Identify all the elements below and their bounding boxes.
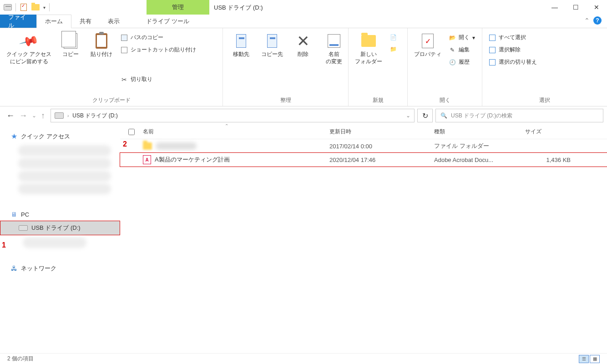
delete-button[interactable]: ✕ 削除 (288, 31, 318, 95)
manage-context-tab[interactable]: 管理 (147, 0, 209, 15)
tab-drive-tools[interactable]: ドライブ ツール (138, 15, 197, 28)
tab-share[interactable]: 共有 (71, 15, 100, 28)
deselect-button[interactable]: 選択解除 (487, 45, 539, 55)
col-size[interactable]: サイズ (525, 128, 580, 136)
ribbon-right-controls: ⌃ ? (584, 16, 602, 25)
file-type: Adobe Acrobat Docu... (434, 157, 525, 163)
group-label-select: 選択 (486, 95, 603, 104)
new-folder-icon (361, 35, 376, 47)
window-controls: — ☐ ✕ (544, 0, 607, 15)
annotation-1: 1 (2, 241, 6, 249)
easy-access-button[interactable]: 📁 (388, 45, 399, 54)
history-button[interactable]: 🕘履歴 (447, 57, 477, 67)
file-name: A製品のマーケティング計画 (155, 156, 230, 164)
navbar: ← → ⌄ ↑ › USB ドライブ (D:) ⌄ ↻ 🔍 USB ドライブ (… (0, 106, 607, 125)
drive-icon (19, 225, 28, 231)
breadcrumb-separator-icon: › (67, 113, 69, 118)
col-date[interactable]: 更新日時 (329, 128, 434, 136)
nav-usb-drive[interactable]: USB ドライブ (D:) (0, 221, 120, 235)
properties-button[interactable]: プロパティ (411, 31, 444, 95)
recent-dropdown-icon[interactable]: ⌄ (32, 112, 36, 119)
select-all-icon (489, 35, 496, 41)
nav-blurred-item (18, 145, 111, 156)
ribbon-group-organize: 移動先 コピー先 ✕ 削除 名前 の変更 整理 (223, 28, 349, 106)
breadcrumb-location[interactable]: USB ドライブ (D:) (72, 112, 117, 120)
select-all-button[interactable]: すべて選択 (487, 33, 539, 42)
new-item-button[interactable]: 📄 (388, 33, 399, 42)
divider (15, 3, 16, 11)
pin-quick-access-button[interactable]: 📌 クイック アクセス にピン留めする (4, 31, 54, 95)
titlebar: ▾ 管理 USB ドライブ (D:) — ☐ ✕ (0, 0, 607, 15)
nav-blurred-item (18, 183, 111, 194)
invert-icon (489, 59, 496, 66)
navigation-pane: ★ クイック アクセス 🖥 PC 1 USB ドライブ (D:) 🖧 ネットワー… (0, 125, 120, 363)
blurred-folder-name (156, 142, 197, 150)
drive-icon (4, 3, 12, 11)
deselect-icon (489, 47, 496, 53)
nav-quick-access[interactable]: ★ クイック アクセス (0, 129, 120, 143)
select-all-checkbox[interactable] (128, 129, 135, 135)
address-dropdown-icon[interactable]: ⌄ (406, 112, 410, 119)
nav-blurred-item (23, 237, 86, 248)
copy-path-button[interactable]: パスのコピー (119, 33, 198, 42)
nav-blurred-item (18, 171, 111, 182)
item-count: 2 個の項目 (7, 355, 34, 363)
paste-shortcut-button[interactable]: ショートカットの貼り付け (119, 45, 198, 55)
thumbnails-view-button[interactable]: ▦ (590, 355, 600, 363)
group-label-organize: 整理 (227, 95, 344, 104)
drive-icon (55, 112, 64, 119)
group-label-clipboard: クリップボード (4, 95, 219, 104)
minimize-button[interactable]: — (544, 0, 565, 15)
pdf-icon (143, 155, 151, 164)
refresh-button[interactable]: ↻ (417, 109, 433, 122)
rename-button[interactable]: 名前 の変更 (319, 31, 349, 95)
back-button[interactable]: ← (6, 111, 15, 121)
paste-button[interactable]: 貼り付け (87, 31, 116, 95)
pc-icon: 🖥 (11, 211, 17, 218)
tab-file[interactable]: ファイル (0, 15, 36, 28)
properties-qat-icon[interactable] (20, 3, 28, 11)
ribbon-tabs: ファイル ホーム 共有 表示 ドライブ ツール ⌃ ? (0, 15, 607, 28)
rename-icon (328, 34, 340, 48)
copy-to-button[interactable]: コピー先 (258, 31, 287, 95)
up-button[interactable]: ↑ (41, 111, 45, 121)
move-icon (236, 34, 246, 48)
close-button[interactable]: ✕ (586, 0, 607, 15)
col-type[interactable]: 種類 (434, 128, 525, 136)
open-button[interactable]: 📂開く ▾ (447, 33, 477, 42)
tab-view[interactable]: 表示 (100, 15, 128, 28)
invert-selection-button[interactable]: 選択の切り替え (487, 57, 539, 67)
forward-button[interactable]: → (19, 111, 27, 121)
help-button[interactable]: ? (593, 16, 602, 25)
file-row-pdf[interactable]: A製品のマーケティング計画 2020/12/04 17:46 Adobe Acr… (120, 153, 607, 167)
ribbon-group-new: 新しい フォルダー 📄 📁 新規 (349, 28, 408, 106)
new-item-icon: 📄 (389, 34, 397, 41)
col-name[interactable]: 名前⌃ (143, 128, 329, 136)
edit-icon: ✎ (449, 46, 456, 54)
nav-pc[interactable]: 🖥 PC (0, 208, 120, 221)
cut-button[interactable]: ✂切り取り (119, 75, 198, 84)
group-label-new: 新規 (352, 95, 404, 104)
copy-icon (64, 33, 77, 49)
tab-home[interactable]: ホーム (36, 15, 71, 28)
qat-dropdown-icon[interactable]: ▾ (43, 5, 46, 10)
maximize-button[interactable]: ☐ (565, 0, 586, 15)
details-view-button[interactable]: ☰ (579, 355, 589, 363)
address-bar[interactable]: › USB ドライブ (D:) ⌄ (51, 109, 415, 122)
nav-blurred-item (18, 158, 111, 169)
search-box[interactable]: 🔍 USB ドライブ (D:)の検索 (435, 109, 603, 122)
collapse-ribbon-icon[interactable]: ⌃ (584, 17, 590, 24)
path-icon (121, 34, 128, 41)
file-type: ファイル フォルダー (434, 142, 525, 150)
delete-icon: ✕ (297, 32, 309, 50)
move-to-button[interactable]: 移動先 (227, 31, 256, 95)
divider (49, 3, 50, 11)
file-row-folder[interactable]: 2017/02/14 0:00 ファイル フォルダー (120, 139, 607, 153)
new-folder-button[interactable]: 新しい フォルダー (352, 31, 385, 95)
edit-button[interactable]: ✎編集 (447, 45, 477, 55)
nav-network[interactable]: 🖧 ネットワーク (0, 262, 120, 275)
copy-button[interactable]: コピー (56, 31, 85, 95)
star-icon: ★ (11, 132, 17, 141)
folder-qat-icon[interactable] (31, 3, 40, 11)
nav-pc-label: PC (21, 211, 29, 218)
